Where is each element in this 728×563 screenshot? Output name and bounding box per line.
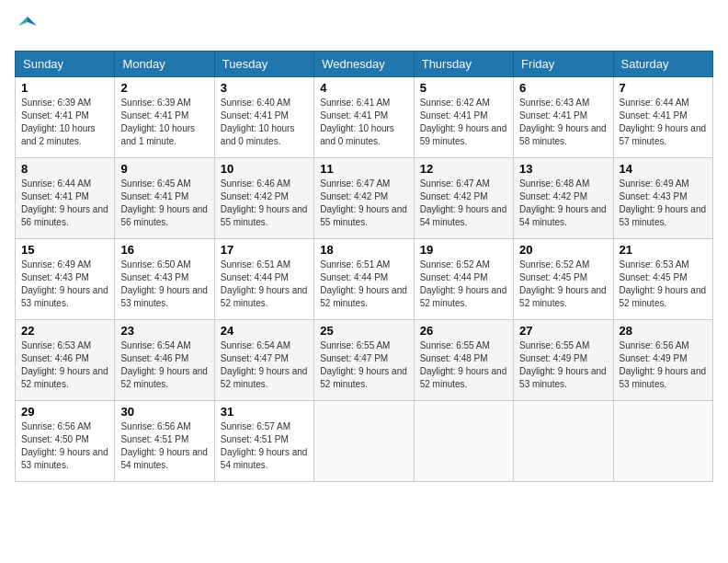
day-number: 1: [21, 81, 108, 95]
logo: [15, 15, 39, 41]
day-info: Sunrise: 6:56 AMSunset: 4:50 PMDaylight:…: [21, 420, 108, 472]
header-friday: Friday: [514, 51, 613, 76]
day-number: 3: [221, 81, 308, 95]
day-number: 19: [420, 243, 507, 257]
day-info: Sunrise: 6:47 AMSunset: 4:42 PMDaylight:…: [320, 178, 407, 229]
day-number: 16: [120, 243, 208, 257]
day-info: Sunrise: 6:55 AMSunset: 4:49 PMDaylight:…: [519, 339, 607, 391]
day-info: Sunrise: 6:39 AMSunset: 4:41 PMDaylight:…: [21, 97, 108, 148]
day-info: Sunrise: 6:54 AMSunset: 4:46 PMDaylight:…: [120, 339, 208, 391]
day-info: Sunrise: 6:40 AMSunset: 4:41 PMDaylight:…: [221, 97, 308, 148]
calendar-week-row: 15Sunrise: 6:49 AMSunset: 4:43 PMDayligh…: [16, 238, 713, 319]
calendar-cell: 1Sunrise: 6:39 AMSunset: 4:41 PMDaylight…: [16, 76, 115, 157]
day-number: 2: [120, 81, 208, 95]
header-sunday: Sunday: [16, 51, 115, 76]
header-thursday: Thursday: [414, 51, 513, 76]
calendar-cell: 3Sunrise: 6:40 AMSunset: 4:41 PMDaylight…: [214, 76, 313, 157]
header-monday: Monday: [115, 51, 214, 76]
day-number: 7: [620, 81, 707, 95]
day-info: Sunrise: 6:46 AMSunset: 4:42 PMDaylight:…: [221, 178, 308, 229]
day-info: Sunrise: 6:53 AMSunset: 4:45 PMDaylight:…: [620, 259, 707, 310]
day-number: 8: [21, 162, 108, 176]
day-number: 22: [21, 324, 108, 338]
day-info: Sunrise: 6:44 AMSunset: 4:41 PMDaylight:…: [620, 97, 707, 148]
calendar-cell: 8Sunrise: 6:44 AMSunset: 4:41 PMDaylight…: [16, 157, 115, 238]
day-number: 27: [519, 324, 607, 338]
day-info: Sunrise: 6:54 AMSunset: 4:47 PMDaylight:…: [221, 339, 308, 391]
calendar-cell: 11Sunrise: 6:47 AMSunset: 4:42 PMDayligh…: [314, 157, 414, 238]
day-info: Sunrise: 6:48 AMSunset: 4:42 PMDaylight:…: [519, 178, 607, 229]
calendar-cell: 10Sunrise: 6:46 AMSunset: 4:42 PMDayligh…: [214, 157, 313, 238]
calendar-cell: 6Sunrise: 6:43 AMSunset: 4:41 PMDaylight…: [514, 76, 613, 157]
day-number: 9: [120, 162, 208, 176]
header-wednesday: Wednesday: [314, 51, 414, 76]
day-info: Sunrise: 6:55 AMSunset: 4:47 PMDaylight:…: [320, 339, 407, 391]
day-number: 26: [420, 324, 507, 338]
calendar-cell: 26Sunrise: 6:55 AMSunset: 4:48 PMDayligh…: [414, 319, 513, 400]
day-info: Sunrise: 6:42 AMSunset: 4:41 PMDaylight:…: [420, 97, 507, 148]
day-info: Sunrise: 6:49 AMSunset: 4:43 PMDaylight:…: [620, 178, 707, 229]
calendar-cell: 12Sunrise: 6:47 AMSunset: 4:42 PMDayligh…: [414, 157, 513, 238]
calendar-cell: 29Sunrise: 6:56 AMSunset: 4:50 PMDayligh…: [16, 400, 115, 481]
calendar-cell: 23Sunrise: 6:54 AMSunset: 4:46 PMDayligh…: [115, 319, 214, 400]
calendar-cell: 31Sunrise: 6:57 AMSunset: 4:51 PMDayligh…: [214, 400, 313, 481]
day-info: Sunrise: 6:50 AMSunset: 4:43 PMDaylight:…: [120, 259, 208, 310]
day-number: 10: [221, 162, 308, 176]
calendar-cell: 15Sunrise: 6:49 AMSunset: 4:43 PMDayligh…: [16, 238, 115, 319]
calendar-cell: 24Sunrise: 6:54 AMSunset: 4:47 PMDayligh…: [214, 319, 313, 400]
day-info: Sunrise: 6:49 AMSunset: 4:43 PMDaylight:…: [21, 259, 108, 310]
calendar-cell: 13Sunrise: 6:48 AMSunset: 4:42 PMDayligh…: [514, 157, 613, 238]
day-number: 11: [320, 162, 407, 176]
calendar-cell: 25Sunrise: 6:55 AMSunset: 4:47 PMDayligh…: [314, 319, 414, 400]
day-info: Sunrise: 6:52 AMSunset: 4:44 PMDaylight:…: [420, 259, 507, 310]
calendar-cell: 19Sunrise: 6:52 AMSunset: 4:44 PMDayligh…: [414, 238, 513, 319]
calendar-week-row: 1Sunrise: 6:39 AMSunset: 4:41 PMDaylight…: [16, 76, 713, 157]
day-number: 12: [420, 162, 507, 176]
day-number: 21: [620, 243, 707, 257]
day-info: Sunrise: 6:56 AMSunset: 4:49 PMDaylight:…: [620, 339, 707, 391]
calendar-cell: 4Sunrise: 6:41 AMSunset: 4:41 PMDaylight…: [314, 76, 414, 157]
calendar-cell: 27Sunrise: 6:55 AMSunset: 4:49 PMDayligh…: [514, 319, 613, 400]
page-header: [15, 15, 713, 41]
calendar-cell: 14Sunrise: 6:49 AMSunset: 4:43 PMDayligh…: [613, 157, 712, 238]
day-number: 17: [221, 243, 308, 257]
day-number: 4: [320, 81, 407, 95]
calendar-cell: [414, 400, 513, 481]
day-info: Sunrise: 6:52 AMSunset: 4:45 PMDaylight:…: [519, 259, 607, 310]
logo-icon: [17, 15, 39, 37]
day-number: 6: [519, 81, 607, 95]
calendar-week-row: 29Sunrise: 6:56 AMSunset: 4:50 PMDayligh…: [16, 400, 713, 481]
calendar-cell: 22Sunrise: 6:53 AMSunset: 4:46 PMDayligh…: [16, 319, 115, 400]
calendar-cell: 30Sunrise: 6:56 AMSunset: 4:51 PMDayligh…: [115, 400, 214, 481]
day-info: Sunrise: 6:57 AMSunset: 4:51 PMDaylight:…: [221, 420, 308, 472]
calendar-cell: [514, 400, 613, 481]
calendar-cell: 28Sunrise: 6:56 AMSunset: 4:49 PMDayligh…: [613, 319, 712, 400]
day-number: 28: [620, 324, 707, 338]
day-number: 15: [21, 243, 108, 257]
day-info: Sunrise: 6:44 AMSunset: 4:41 PMDaylight:…: [21, 178, 108, 229]
day-info: Sunrise: 6:55 AMSunset: 4:48 PMDaylight:…: [420, 339, 507, 391]
calendar-week-row: 8Sunrise: 6:44 AMSunset: 4:41 PMDaylight…: [16, 157, 713, 238]
day-number: 31: [221, 405, 308, 419]
calendar-cell: 17Sunrise: 6:51 AMSunset: 4:44 PMDayligh…: [214, 238, 313, 319]
calendar-table: SundayMondayTuesdayWednesdayThursdayFrid…: [15, 51, 713, 482]
day-info: Sunrise: 6:39 AMSunset: 4:41 PMDaylight:…: [120, 97, 208, 148]
day-number: 14: [620, 162, 707, 176]
day-info: Sunrise: 6:47 AMSunset: 4:42 PMDaylight:…: [420, 178, 507, 229]
calendar-cell: 2Sunrise: 6:39 AMSunset: 4:41 PMDaylight…: [115, 76, 214, 157]
day-info: Sunrise: 6:45 AMSunset: 4:41 PMDaylight:…: [120, 178, 208, 229]
day-info: Sunrise: 6:56 AMSunset: 4:51 PMDaylight:…: [120, 420, 208, 472]
day-number: 30: [120, 405, 208, 419]
calendar-cell: 18Sunrise: 6:51 AMSunset: 4:44 PMDayligh…: [314, 238, 414, 319]
calendar-cell: 21Sunrise: 6:53 AMSunset: 4:45 PMDayligh…: [613, 238, 712, 319]
calendar-cell: 7Sunrise: 6:44 AMSunset: 4:41 PMDaylight…: [613, 76, 712, 157]
day-number: 25: [320, 324, 407, 338]
calendar-cell: [314, 400, 414, 481]
day-number: 18: [320, 243, 407, 257]
day-info: Sunrise: 6:41 AMSunset: 4:41 PMDaylight:…: [320, 97, 407, 148]
day-info: Sunrise: 6:51 AMSunset: 4:44 PMDaylight:…: [320, 259, 407, 310]
calendar-cell: 5Sunrise: 6:42 AMSunset: 4:41 PMDaylight…: [414, 76, 513, 157]
header-saturday: Saturday: [613, 51, 712, 76]
day-number: 20: [519, 243, 607, 257]
calendar-week-row: 22Sunrise: 6:53 AMSunset: 4:46 PMDayligh…: [16, 319, 713, 400]
